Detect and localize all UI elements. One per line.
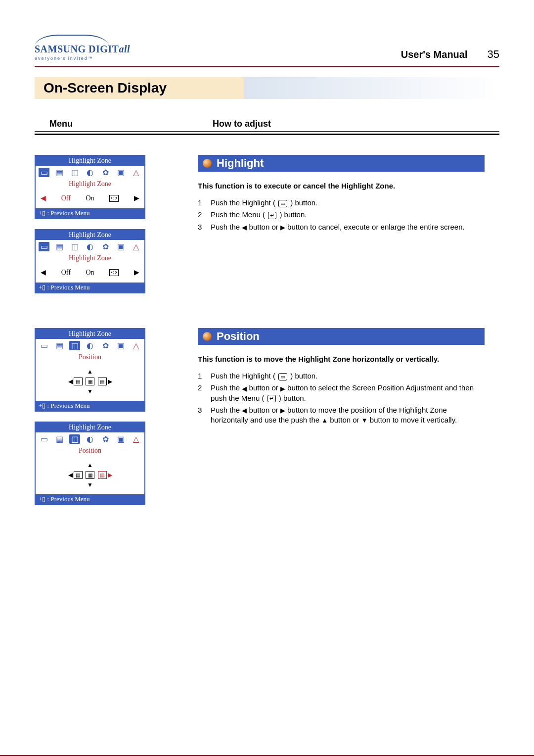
menu-button-icon: ↵ <box>267 395 276 402</box>
prev-prefix: +▯ : <box>39 284 50 291</box>
osd-icon-3: ◫ <box>69 242 80 251</box>
columns-rule <box>35 131 499 135</box>
osd-position-b: Highlight Zone ▭ ▤ ◫ ◐ ✿ ▣ △ Position ▲ … <box>35 422 145 505</box>
pad-icon-left: ▤ <box>74 471 83 479</box>
osd-icon-3: ◫ <box>69 168 80 177</box>
feature-description: This function is to move the Highlight Z… <box>198 355 485 363</box>
osd-title: Highlight Zone <box>36 423 144 432</box>
osd-icon-1: ▭ <box>39 434 49 444</box>
osd-subtitle: Highlight Zone <box>36 253 144 265</box>
osd-icon-5: ✿ <box>100 168 111 177</box>
osd-icon-2: ▤ <box>54 341 65 350</box>
expand-icon: •∷• <box>109 195 119 202</box>
prev-label: Previous Menu <box>50 209 89 217</box>
opt-on: On <box>86 269 94 277</box>
step-2: Push the ◀ button or ▶ button to select … <box>198 382 485 404</box>
right-arrow-icon: ▶ <box>108 378 112 385</box>
pad-icon-right: ▤ <box>98 471 107 479</box>
osd-icon-4: ◐ <box>85 242 95 251</box>
left-arrow-icon: ◀ <box>242 223 247 232</box>
right-arrow-icon: ▶ <box>134 268 139 277</box>
highlight-button-icon: ▭ <box>278 373 287 380</box>
prev-label: Previous Menu <box>50 284 89 291</box>
osd-icon-5: ✿ <box>100 434 111 444</box>
feature-title: Highlight <box>217 157 264 170</box>
step-2: Push the Menu ( ↵ ) button. <box>198 209 485 221</box>
columns-header: Menu How to adjust <box>35 119 499 131</box>
section-title-bar: On-Screen Display <box>35 77 499 99</box>
opt-off: Off <box>61 194 71 202</box>
menu-column-label: Menu <box>35 119 213 129</box>
osd-icon-3: ◫ <box>69 434 80 444</box>
osd-icon-6: ▣ <box>115 434 126 444</box>
prev-label: Previous Menu <box>50 402 89 409</box>
prev-prefix: +▯ : <box>39 495 50 503</box>
osd-icon-4: ◐ <box>85 168 95 177</box>
steps-highlight: Push the Highlight ( ▭ ) button. Push th… <box>198 197 485 233</box>
manual-page: SAMSUNG DIGITall everyone's invited™ Use… <box>0 0 534 756</box>
prev-label: Previous Menu <box>50 495 89 503</box>
osd-highlight-on: Highlight Zone ▭ ▤ ◫ ◐ ✿ ▣ △ Highlight Z… <box>35 229 145 293</box>
instructions-highlight: Highlight This function is to execute or… <box>198 155 499 293</box>
osd-title: Highlight Zone <box>36 230 144 240</box>
step-3: Push the ◀ button or ▶ button to move th… <box>198 404 485 426</box>
step-1: Push the Highlight ( ▭ ) button. <box>198 197 485 209</box>
right-arrow-icon: ▶ <box>280 223 285 232</box>
up-arrow-icon: ▲ <box>87 462 93 469</box>
down-arrow-icon: ▼ <box>87 388 93 395</box>
osd-footer: +▯ : Previous Menu <box>36 208 144 218</box>
osd-body: ◀ Off On •∷• ▶ <box>36 265 144 283</box>
feature-description: This function is to execute or cancel th… <box>198 182 485 190</box>
osd-subtitle: Highlight Zone <box>36 179 144 191</box>
osd-icon-7: △ <box>131 168 141 177</box>
brand-tagline: everyone's invited™ <box>35 56 130 61</box>
expand-icon: •∷• <box>109 269 119 276</box>
right-arrow-icon: ▶ <box>108 472 112 479</box>
osd-icon-2: ▤ <box>54 168 65 177</box>
osd-icon-6: ▣ <box>115 341 126 350</box>
header-right: User's Manual 35 <box>401 48 499 61</box>
feature-bar-position: Position <box>198 328 485 345</box>
osd-icon-6: ▣ <box>115 242 126 251</box>
brand-main: SAMSUNG DIGIT <box>35 44 119 54</box>
right-arrow-icon: ▶ <box>280 406 285 415</box>
osd-direction-pad: ▲ ◀▤ ▦ ▤▶ ▼ <box>36 364 144 401</box>
page-header: SAMSUNG DIGITall everyone's invited™ Use… <box>35 35 499 64</box>
osd-title: Highlight Zone <box>36 329 144 339</box>
steps-position: Push the Highlight ( ▭ ) button. Push th… <box>198 370 485 426</box>
prev-prefix: +▯ : <box>39 209 50 217</box>
pad-icon-right: ▤ <box>98 378 107 385</box>
osd-icon-5: ✿ <box>100 242 111 251</box>
osd-direction-pad: ▲ ◀▤ ▦ ▤▶ ▼ <box>36 458 144 494</box>
osd-footer: +▯ : Previous Menu <box>36 283 144 292</box>
up-arrow-icon: ▲ <box>87 368 93 376</box>
down-arrow-icon: ▼ <box>361 416 368 425</box>
osd-icon-3: ◫ <box>69 341 80 350</box>
left-arrow-icon: ◀ <box>41 268 46 277</box>
osd-icon-row: ▭ ▤ ◫ ◐ ✿ ▣ △ <box>36 432 144 446</box>
osd-icon-row: ▭ ▤ ◫ ◐ ✿ ▣ △ <box>36 240 144 253</box>
osd-footer: +▯ : Previous Menu <box>36 494 144 504</box>
howto-column-label: How to adjust <box>213 119 499 129</box>
osd-footer: +▯ : Previous Menu <box>36 401 144 411</box>
osd-icon-7: △ <box>131 341 141 350</box>
osd-icon-6: ▣ <box>115 168 126 177</box>
down-arrow-icon: ▼ <box>87 481 93 489</box>
osd-icon-5: ✿ <box>100 341 111 350</box>
osd-icon-1: ▭ <box>39 168 49 177</box>
left-arrow-icon: ◀ <box>41 194 46 202</box>
osd-icon-row: ▭ ▤ ◫ ◐ ✿ ▣ △ <box>36 339 144 352</box>
osd-position-a: Highlight Zone ▭ ▤ ◫ ◐ ✿ ▣ △ Position ▲ … <box>35 328 145 412</box>
feature-bar-highlight: Highlight <box>198 155 485 172</box>
section-title: On-Screen Display <box>44 80 167 95</box>
manual-label: User's Manual <box>401 49 468 60</box>
menu-screenshots-highlight: Highlight Zone ▭ ▤ ◫ ◐ ✿ ▣ △ Highlight Z… <box>35 155 198 293</box>
osd-icon-1: ▭ <box>39 242 49 251</box>
brand-suffix: all <box>119 44 130 54</box>
logo-text: SAMSUNG DIGITall <box>35 44 130 55</box>
header-rule <box>35 66 499 67</box>
osd-icon-1: ▭ <box>39 341 49 350</box>
prev-prefix: +▯ : <box>39 402 50 409</box>
page-number: 35 <box>488 48 499 61</box>
bullet-icon <box>203 159 212 168</box>
